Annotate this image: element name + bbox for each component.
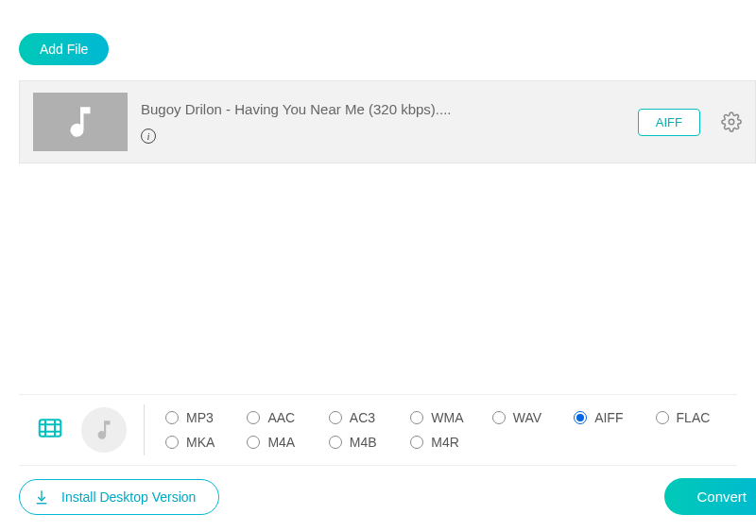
convert-button[interactable]: Convert [664,478,756,515]
format-option-m4b[interactable]: M4B [329,435,410,450]
format-option-wma[interactable]: WMA [410,410,491,425]
file-meta: Bugoy Drilon - Having You Near Me (320 k… [141,101,625,144]
format-option-m4r[interactable]: M4R [410,435,491,450]
format-option-mp3[interactable]: MP3 [165,410,247,425]
file-thumbnail [33,93,128,151]
svg-rect-1 [40,420,61,437]
format-option-aac[interactable]: AAC [247,410,328,425]
format-selector-bar: MP3 AAC AC3 WMA WAV AIFF FLAC MKA M4A M4… [19,394,737,466]
music-icon [60,102,100,142]
add-file-button[interactable]: Add File [19,33,109,65]
format-option-m4a[interactable]: M4A [247,435,328,450]
info-icon[interactable]: i [141,129,156,144]
bottom-bar: Install Desktop Version Convert [19,478,756,515]
install-desktop-label: Install Desktop Version [61,489,196,505]
audio-mode-icon[interactable] [81,407,127,453]
download-icon [33,489,50,506]
format-badge-button[interactable]: AIFF [638,109,700,136]
format-option-ac3[interactable]: AC3 [329,410,410,425]
format-option-mka[interactable]: MKA [165,435,247,450]
format-option-wav[interactable]: WAV [492,410,574,425]
format-options: MP3 AAC AC3 WMA WAV AIFF FLAC MKA M4A M4… [145,410,737,450]
file-title: Bugoy Drilon - Having You Near Me (320 k… [141,101,625,117]
install-desktop-button[interactable]: Install Desktop Version [19,479,219,515]
svg-point-0 [729,119,734,125]
file-row: Bugoy Drilon - Having You Near Me (320 k… [19,80,756,163]
settings-gear-icon[interactable] [721,112,742,132]
format-option-aiff[interactable]: AIFF [574,410,655,425]
video-mode-icon[interactable] [36,414,64,446]
format-option-flac[interactable]: FLAC [656,410,737,425]
mode-icons [19,404,145,455]
